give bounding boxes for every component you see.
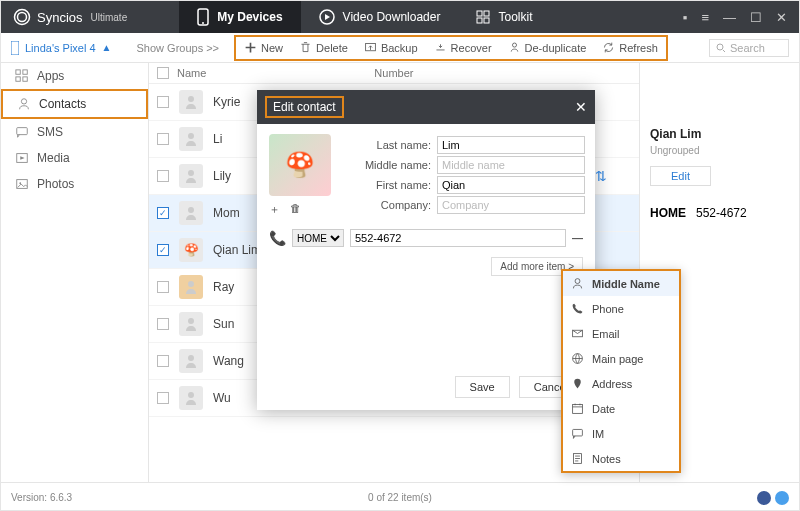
svg-rect-15 — [23, 77, 27, 81]
company-field[interactable] — [437, 196, 585, 214]
phone-field[interactable] — [350, 229, 566, 247]
menu-icon[interactable]: ≡ — [701, 10, 709, 25]
svg-point-23 — [188, 170, 194, 176]
close-icon[interactable]: ✕ — [776, 10, 787, 25]
sync-icon[interactable]: ⇅ — [595, 168, 607, 184]
calendar-icon — [571, 402, 584, 415]
select-all-checkbox[interactable] — [157, 67, 169, 79]
sidebar: Apps Contacts SMS Media Photos — [1, 63, 149, 482]
tab-video-downloader[interactable]: Video Downloader — [301, 1, 459, 33]
status-bar: Version: 6.6.3 0 of 22 item(s) — [1, 482, 799, 511]
add-avatar-icon[interactable]: ＋ — [269, 202, 280, 217]
menu-item[interactable]: Date — [563, 396, 679, 421]
row-checkbox[interactable] — [157, 207, 169, 219]
tab-toolkit[interactable]: Toolkit — [458, 1, 550, 33]
phone-type-select[interactable]: HOME — [292, 229, 344, 247]
delete-button[interactable]: Delete — [291, 37, 356, 59]
row-checkbox[interactable] — [157, 244, 169, 256]
close-icon[interactable]: ✕ — [575, 99, 587, 115]
svg-rect-5 — [484, 11, 489, 16]
svg-point-16 — [21, 99, 26, 104]
chat-icon[interactable]: ▪ — [683, 10, 688, 25]
new-button[interactable]: New — [236, 37, 291, 59]
row-checkbox[interactable] — [157, 318, 169, 330]
menu-item[interactable]: Middle Name — [563, 271, 679, 296]
menu-item[interactable]: Address — [563, 371, 679, 396]
middle-name-label: Middle name: — [341, 159, 431, 171]
device-selector[interactable]: Linda's Pixel 4 ▲ — [1, 41, 122, 55]
facebook-icon[interactable] — [757, 491, 771, 505]
backup-button[interactable]: Backup — [356, 37, 426, 59]
row-checkbox[interactable] — [157, 392, 169, 404]
search-icon — [716, 43, 726, 53]
title-bar: Syncios Ultimate My Devices Video Downlo… — [1, 1, 799, 33]
tab-label: Video Downloader — [343, 10, 441, 24]
avatar: 🍄 — [179, 238, 203, 262]
menu-item[interactable]: IM — [563, 421, 679, 446]
sidebar-item-sms[interactable]: SMS — [1, 119, 148, 145]
svg-point-28 — [188, 392, 194, 398]
menu-item-label: Address — [592, 378, 632, 390]
tool-label: Delete — [316, 42, 348, 54]
dedup-icon — [508, 41, 521, 54]
svg-point-27 — [188, 355, 194, 361]
minimize-icon[interactable]: — — [723, 10, 736, 25]
menu-item-label: Date — [592, 403, 615, 415]
twitter-icon[interactable] — [775, 491, 789, 505]
search-input[interactable]: Search — [709, 39, 789, 57]
remove-phone-icon[interactable]: — — [572, 232, 583, 244]
first-name-field[interactable] — [437, 176, 585, 194]
delete-avatar-icon[interactable]: 🗑 — [290, 202, 301, 217]
detail-phone: HOME 552-4672 — [650, 206, 789, 220]
contact-name: Wu — [213, 391, 231, 405]
maximize-icon[interactable]: ☐ — [750, 10, 762, 25]
row-checkbox[interactable] — [157, 355, 169, 367]
contact-avatar[interactable]: 🍄 — [269, 134, 331, 196]
dedup-button[interactable]: De-duplicate — [500, 37, 595, 59]
sidebar-item-media[interactable]: Media — [1, 145, 148, 171]
refresh-button[interactable]: Refresh — [594, 37, 666, 59]
sidebar-item-apps[interactable]: Apps — [1, 63, 148, 89]
middle-name-field[interactable] — [437, 156, 585, 174]
tool-label: Recover — [451, 42, 492, 54]
first-name-label: First name: — [341, 179, 431, 191]
phone-icon — [571, 302, 584, 315]
row-checkbox[interactable] — [157, 281, 169, 293]
last-name-field[interactable] — [437, 136, 585, 154]
play-icon — [319, 9, 335, 25]
apps-icon — [15, 69, 29, 83]
company-label: Company: — [341, 199, 431, 211]
menu-item[interactable]: Email — [563, 321, 679, 346]
svg-point-25 — [188, 281, 194, 287]
trash-icon — [299, 41, 312, 54]
sidebar-item-label: Contacts — [39, 97, 86, 111]
sidebar-item-contacts[interactable]: Contacts — [1, 89, 148, 119]
sidebar-item-label: SMS — [37, 125, 63, 139]
row-checkbox[interactable] — [157, 170, 169, 182]
tab-label: Toolkit — [498, 10, 532, 24]
app-edition: Ultimate — [91, 12, 128, 23]
save-button[interactable]: Save — [455, 376, 510, 398]
menu-item[interactable]: Notes — [563, 446, 679, 471]
collapse-icon[interactable]: ▲ — [102, 42, 112, 53]
show-groups-toggle[interactable]: Show Groups >> — [122, 42, 235, 54]
sidebar-item-photos[interactable]: Photos — [1, 171, 148, 197]
brand: Syncios Ultimate — [1, 8, 139, 26]
detail-name: Qian Lim — [650, 127, 789, 141]
backup-icon — [364, 41, 377, 54]
tab-my-devices[interactable]: My Devices — [179, 1, 300, 33]
contact-name: Kyrie — [213, 95, 240, 109]
media-icon — [15, 151, 29, 165]
sidebar-item-label: Media — [37, 151, 70, 165]
menu-item-label: Email — [592, 328, 620, 340]
svg-rect-14 — [16, 77, 20, 81]
row-checkbox[interactable] — [157, 133, 169, 145]
recover-button[interactable]: Recover — [426, 37, 500, 59]
avatar — [179, 312, 203, 336]
row-checkbox[interactable] — [157, 96, 169, 108]
menu-item[interactable]: Phone — [563, 296, 679, 321]
edit-button[interactable]: Edit — [650, 166, 711, 186]
pin-icon — [571, 377, 584, 390]
toolbar-highlight: New Delete Backup Recover De-duplicate R… — [234, 35, 668, 61]
menu-item[interactable]: Main page — [563, 346, 679, 371]
